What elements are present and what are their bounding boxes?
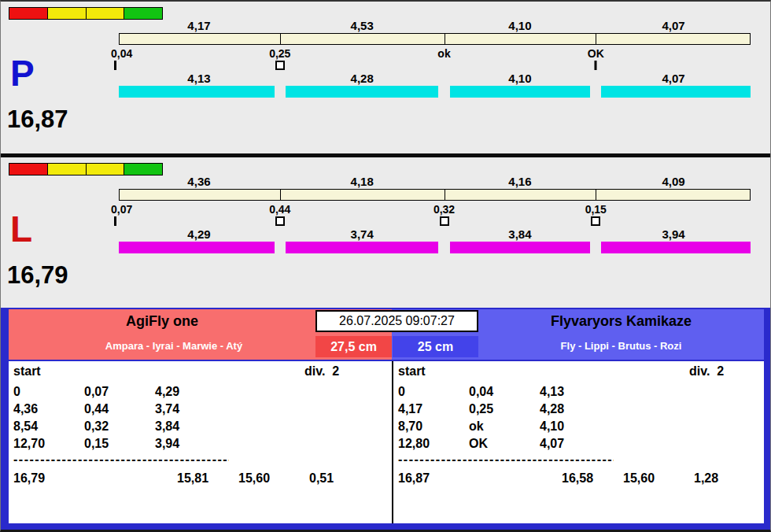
lane-total-time: 16,87 <box>7 107 68 131</box>
total-time: 16,87 <box>398 471 430 486</box>
crossing-value: 0,25 <box>269 47 290 60</box>
split-time: 4,16 <box>508 175 531 188</box>
cell-run-time: 3,84 <box>155 419 179 434</box>
tick-marker-icon <box>114 216 116 226</box>
panel-separator <box>1 153 770 157</box>
tick-marker-icon <box>114 61 116 70</box>
split-time: 4,29 <box>187 227 210 241</box>
segment-divider <box>445 34 445 44</box>
team-members-left: Ampara - Iyrai - Marwie - Atý <box>9 340 339 352</box>
light-yellow-segment-1 <box>48 164 87 175</box>
start-label: start <box>13 364 41 379</box>
split-time: 4,17 <box>187 19 210 32</box>
split-time: 4,18 <box>351 175 374 188</box>
crossing-value: 0,32 <box>433 203 455 216</box>
crossing-value: ok <box>437 47 450 60</box>
division-label: div. 2 <box>304 364 339 379</box>
cell-run-time: 4,13 <box>540 385 564 399</box>
lane-panel-l: L 16,79 4,36 4,18 4,16 4,09 0,07 0,44 0,… <box>1 159 770 308</box>
light-yellow-segment-2 <box>87 8 125 19</box>
segment-divider <box>445 190 445 200</box>
run-bar <box>286 242 438 253</box>
upper-split-times: 4,36 4,18 4,16 4,09 <box>119 175 751 187</box>
crossing-values: 0,07 0,44 0,32 0,15 <box>119 203 751 215</box>
cell-change-time: 0,07 <box>84 385 109 399</box>
division-label: div. 2 <box>689 364 724 379</box>
segment-bar <box>119 189 751 201</box>
table-row: 8,70 ok 4,10 <box>397 419 760 435</box>
light-yellow-segment-1 <box>48 8 87 19</box>
cell-start-time: 4,17 <box>398 402 422 416</box>
split-time: 4,07 <box>662 19 684 32</box>
cell-run-time: 4,29 <box>155 385 179 399</box>
run-bar <box>119 242 275 253</box>
split-time: 3,94 <box>662 227 684 241</box>
lane-panel-p: P 16,87 4,17 4,53 4,10 4,07 0,04 0,25 ok… <box>1 3 770 153</box>
cell-start-time: 12,80 <box>398 437 430 451</box>
split-time: 4,09 <box>662 175 684 188</box>
cell-start-time: 0 <box>13 385 20 399</box>
total-time: 16,79 <box>13 471 45 486</box>
cell-change-time: 0,44 <box>84 402 109 416</box>
crossing-value: 0,04 <box>111 47 132 60</box>
tick-marker-icon <box>595 61 597 70</box>
table-row: 0 0,07 4,29 <box>12 385 388 401</box>
cell-start-time: 8,54 <box>13 419 38 434</box>
table-row: 8,54 0,32 3,84 <box>12 419 388 435</box>
cell-run-time: 3,74 <box>155 402 179 416</box>
cell-run-time: 4,10 <box>540 419 564 434</box>
light-green-segment <box>124 8 162 19</box>
table-row: 12,70 0,15 3,94 <box>12 437 388 453</box>
timing-track: 4,17 4,53 4,10 4,07 0,04 0,25 ok OK 4,13… <box>119 19 751 105</box>
run-bar <box>286 86 438 98</box>
timing-app-window: { "panels": [ { "letter": "P", "letter_c… <box>0 0 771 532</box>
cell-run-time: 4,07 <box>540 437 564 451</box>
datetime-display: 26.07.2025 09:07:27 <box>315 310 478 332</box>
split-time: 4,36 <box>187 175 210 188</box>
box-marker-icon <box>275 216 285 226</box>
split-time: 4,07 <box>662 72 684 85</box>
cell-change-time: 0,15 <box>84 437 109 451</box>
run-bar <box>450 242 590 253</box>
upper-split-times: 4,17 4,53 4,10 4,07 <box>119 19 751 31</box>
light-red-segment <box>9 8 48 19</box>
total-difference: 1,28 <box>694 471 718 486</box>
segment-divider <box>280 34 281 44</box>
split-time: 3,74 <box>351 227 374 241</box>
crossing-value: 0,15 <box>585 203 607 216</box>
cell-start-time: 8,70 <box>398 419 422 434</box>
team-name-right: Flyvaryors Kamikaze <box>478 313 764 330</box>
cell-run-time: 3,94 <box>155 437 179 451</box>
crossing-glyphs <box>119 216 751 227</box>
crossing-value: OK <box>588 47 604 60</box>
results-footer: AgiFly one Flyvaryors Kamikaze Ampara - … <box>1 308 770 531</box>
run-bar <box>119 86 275 98</box>
team-name-left: AgiFly one <box>9 313 315 330</box>
team-members-right: Fly - Lippi - Brutus - Rozi <box>478 340 764 352</box>
lane-letter: P <box>10 55 35 91</box>
timing-track: 4,36 4,18 4,16 4,09 0,07 0,44 0,32 0,15 … <box>119 175 751 261</box>
start-lights <box>9 163 163 175</box>
segment-divider <box>280 190 281 200</box>
total-reference-time: 15,60 <box>623 471 655 486</box>
segment-bar <box>119 33 751 45</box>
run-bars <box>119 242 751 253</box>
cell-start-time: 0 <box>398 385 405 399</box>
split-time: 3,84 <box>508 227 531 241</box>
lower-split-times: 4,13 4,28 4,10 4,07 <box>119 72 751 84</box>
cell-run-time: 4,28 <box>540 402 564 416</box>
run-bars <box>119 86 751 98</box>
segment-divider <box>596 190 596 200</box>
totals-row: 16,87 16,58 15,60 1,28 <box>397 471 760 487</box>
light-green-segment <box>124 164 162 175</box>
light-yellow-segment-2 <box>87 164 125 175</box>
cell-change-time: 0,04 <box>469 385 493 399</box>
cell-change-time: ok <box>469 419 484 434</box>
table-row: 0 0,04 4,13 <box>397 385 760 401</box>
lower-split-times: 4,29 3,74 3,84 3,94 <box>119 227 751 240</box>
table-row: 4,17 0,25 4,28 <box>397 402 760 418</box>
split-time: 4,13 <box>187 72 210 85</box>
start-lights <box>9 7 163 20</box>
jump-height-left: 27,5 cm <box>315 336 392 357</box>
box-marker-icon <box>591 216 600 226</box>
